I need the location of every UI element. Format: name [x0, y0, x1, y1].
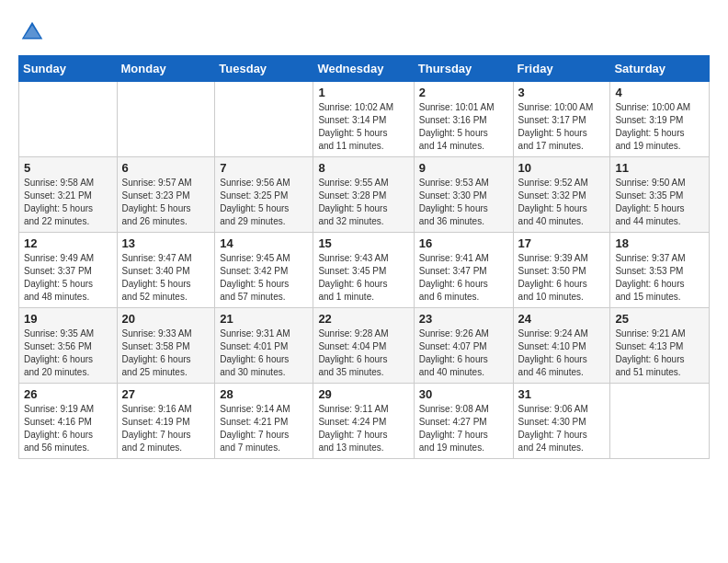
day-info: Sunrise: 9:39 AM Sunset: 3:50 PM Dayligh…	[518, 252, 606, 304]
calendar-cell: 17Sunrise: 9:39 AM Sunset: 3:50 PM Dayli…	[513, 233, 610, 308]
day-info: Sunrise: 9:55 AM Sunset: 3:28 PM Dayligh…	[318, 177, 408, 228]
day-info: Sunrise: 10:00 AM Sunset: 3:17 PM Daylig…	[518, 101, 606, 153]
day-info: Sunrise: 9:47 AM Sunset: 3:40 PM Dayligh…	[122, 252, 210, 304]
day-number: 11	[615, 161, 704, 175]
calendar-cell: 4Sunrise: 10:00 AM Sunset: 3:19 PM Dayli…	[610, 82, 710, 157]
calendar-cell: 3Sunrise: 10:00 AM Sunset: 3:17 PM Dayli…	[513, 82, 610, 157]
day-number: 2	[419, 86, 508, 99]
day-info: Sunrise: 10:00 AM Sunset: 3:19 PM Daylig…	[615, 101, 704, 153]
calendar-week-4: 19Sunrise: 9:35 AM Sunset: 3:56 PM Dayli…	[19, 308, 710, 384]
day-number: 25	[615, 312, 704, 326]
day-number: 6	[122, 161, 210, 175]
day-number: 19	[24, 312, 112, 326]
calendar-cell: 26Sunrise: 9:19 AM Sunset: 4:16 PM Dayli…	[19, 384, 118, 459]
day-info: Sunrise: 9:24 AM Sunset: 4:10 PM Dayligh…	[518, 327, 606, 379]
calendar-cell: 20Sunrise: 9:33 AM Sunset: 3:58 PM Dayli…	[117, 308, 215, 384]
calendar-cell: 18Sunrise: 9:37 AM Sunset: 3:53 PM Dayli…	[610, 233, 710, 308]
calendar-cell: 5Sunrise: 9:58 AM Sunset: 3:21 PM Daylig…	[19, 157, 118, 233]
calendar-cell: 9Sunrise: 9:53 AM Sunset: 3:30 PM Daylig…	[414, 157, 513, 233]
day-number: 7	[220, 161, 308, 175]
calendar-cell: 19Sunrise: 9:35 AM Sunset: 3:56 PM Dayli…	[19, 308, 118, 384]
day-info: Sunrise: 10:01 AM Sunset: 3:16 PM Daylig…	[419, 101, 508, 153]
logo	[18, 18, 50, 46]
day-info: Sunrise: 9:41 AM Sunset: 3:47 PM Dayligh…	[419, 252, 508, 304]
calendar-cell	[19, 82, 118, 157]
calendar-cell: 28Sunrise: 9:14 AM Sunset: 4:21 PM Dayli…	[215, 384, 313, 459]
calendar-cell: 31Sunrise: 9:06 AM Sunset: 4:30 PM Dayli…	[513, 384, 610, 459]
calendar-cell: 8Sunrise: 9:55 AM Sunset: 3:28 PM Daylig…	[313, 157, 414, 233]
day-info: Sunrise: 9:57 AM Sunset: 3:23 PM Dayligh…	[122, 177, 210, 228]
calendar-cell: 14Sunrise: 9:45 AM Sunset: 3:42 PM Dayli…	[215, 233, 313, 308]
day-header-friday: Friday	[513, 56, 610, 82]
day-number: 13	[122, 236, 210, 250]
day-info: Sunrise: 9:06 AM Sunset: 4:30 PM Dayligh…	[518, 403, 606, 454]
day-number: 20	[122, 312, 210, 326]
day-info: Sunrise: 9:56 AM Sunset: 3:25 PM Dayligh…	[220, 177, 308, 228]
day-number: 1	[318, 86, 408, 99]
calendar-week-5: 26Sunrise: 9:19 AM Sunset: 4:16 PM Dayli…	[19, 384, 710, 459]
day-number: 15	[318, 236, 408, 250]
day-number: 26	[24, 387, 112, 401]
logo-icon	[18, 18, 46, 46]
day-info: Sunrise: 9:49 AM Sunset: 3:37 PM Dayligh…	[24, 252, 112, 304]
calendar-header-row: SundayMondayTuesdayWednesdayThursdayFrid…	[19, 56, 710, 82]
calendar-cell	[117, 82, 215, 157]
calendar-cell: 11Sunrise: 9:50 AM Sunset: 3:35 PM Dayli…	[610, 157, 710, 233]
day-info: Sunrise: 9:52 AM Sunset: 3:32 PM Dayligh…	[518, 177, 606, 228]
calendar-week-2: 5Sunrise: 9:58 AM Sunset: 3:21 PM Daylig…	[19, 157, 710, 233]
calendar-week-1: 1Sunrise: 10:02 AM Sunset: 3:14 PM Dayli…	[19, 82, 710, 157]
day-number: 14	[220, 236, 308, 250]
day-info: Sunrise: 9:08 AM Sunset: 4:27 PM Dayligh…	[419, 403, 508, 454]
day-number: 29	[318, 387, 408, 401]
calendar-cell: 16Sunrise: 9:41 AM Sunset: 3:47 PM Dayli…	[414, 233, 513, 308]
calendar-cell: 12Sunrise: 9:49 AM Sunset: 3:37 PM Dayli…	[19, 233, 118, 308]
day-number: 21	[220, 312, 308, 326]
day-number: 3	[518, 86, 606, 99]
calendar-cell: 27Sunrise: 9:16 AM Sunset: 4:19 PM Dayli…	[117, 384, 215, 459]
day-info: Sunrise: 9:58 AM Sunset: 3:21 PM Dayligh…	[24, 177, 112, 228]
day-info: Sunrise: 9:26 AM Sunset: 4:07 PM Dayligh…	[419, 327, 508, 379]
calendar-cell: 29Sunrise: 9:11 AM Sunset: 4:24 PM Dayli…	[313, 384, 414, 459]
day-number: 28	[220, 387, 308, 401]
day-info: Sunrise: 9:53 AM Sunset: 3:30 PM Dayligh…	[419, 177, 508, 228]
calendar-cell: 6Sunrise: 9:57 AM Sunset: 3:23 PM Daylig…	[117, 157, 215, 233]
day-number: 4	[615, 86, 704, 99]
calendar-cell: 7Sunrise: 9:56 AM Sunset: 3:25 PM Daylig…	[215, 157, 313, 233]
day-info: Sunrise: 9:43 AM Sunset: 3:45 PM Dayligh…	[318, 252, 408, 304]
day-info: Sunrise: 9:21 AM Sunset: 4:13 PM Dayligh…	[615, 327, 704, 379]
day-header-tuesday: Tuesday	[215, 56, 313, 82]
day-info: Sunrise: 9:50 AM Sunset: 3:35 PM Dayligh…	[615, 177, 704, 228]
day-info: Sunrise: 9:28 AM Sunset: 4:04 PM Dayligh…	[318, 327, 408, 379]
calendar-cell: 25Sunrise: 9:21 AM Sunset: 4:13 PM Dayli…	[610, 308, 710, 384]
calendar-cell: 1Sunrise: 10:02 AM Sunset: 3:14 PM Dayli…	[313, 82, 414, 157]
calendar-cell: 30Sunrise: 9:08 AM Sunset: 4:27 PM Dayli…	[414, 384, 513, 459]
day-header-saturday: Saturday	[610, 56, 710, 82]
day-number: 23	[419, 312, 508, 326]
calendar-cell: 10Sunrise: 9:52 AM Sunset: 3:32 PM Dayli…	[513, 157, 610, 233]
day-info: Sunrise: 9:31 AM Sunset: 4:01 PM Dayligh…	[220, 327, 308, 379]
day-header-wednesday: Wednesday	[313, 56, 414, 82]
day-number: 27	[122, 387, 210, 401]
day-number: 31	[518, 387, 606, 401]
day-number: 5	[24, 161, 112, 175]
day-number: 22	[318, 312, 408, 326]
day-info: Sunrise: 10:02 AM Sunset: 3:14 PM Daylig…	[318, 101, 408, 153]
day-info: Sunrise: 9:16 AM Sunset: 4:19 PM Dayligh…	[122, 403, 210, 454]
day-header-sunday: Sunday	[19, 56, 118, 82]
day-header-thursday: Thursday	[414, 56, 513, 82]
calendar-cell	[610, 384, 710, 459]
calendar-cell: 24Sunrise: 9:24 AM Sunset: 4:10 PM Dayli…	[513, 308, 610, 384]
day-number: 30	[419, 387, 508, 401]
calendar-cell: 13Sunrise: 9:47 AM Sunset: 3:40 PM Dayli…	[117, 233, 215, 308]
day-number: 16	[419, 236, 508, 250]
day-number: 10	[518, 161, 606, 175]
day-info: Sunrise: 9:35 AM Sunset: 3:56 PM Dayligh…	[24, 327, 112, 379]
day-info: Sunrise: 9:19 AM Sunset: 4:16 PM Dayligh…	[24, 403, 112, 454]
day-info: Sunrise: 9:37 AM Sunset: 3:53 PM Dayligh…	[615, 252, 704, 304]
calendar-cell	[215, 82, 313, 157]
day-number: 8	[318, 161, 408, 175]
calendar-table: SundayMondayTuesdayWednesdayThursdayFrid…	[18, 55, 710, 459]
day-info: Sunrise: 9:11 AM Sunset: 4:24 PM Dayligh…	[318, 403, 408, 454]
calendar-cell: 2Sunrise: 10:01 AM Sunset: 3:16 PM Dayli…	[414, 82, 513, 157]
day-info: Sunrise: 9:33 AM Sunset: 3:58 PM Dayligh…	[122, 327, 210, 379]
